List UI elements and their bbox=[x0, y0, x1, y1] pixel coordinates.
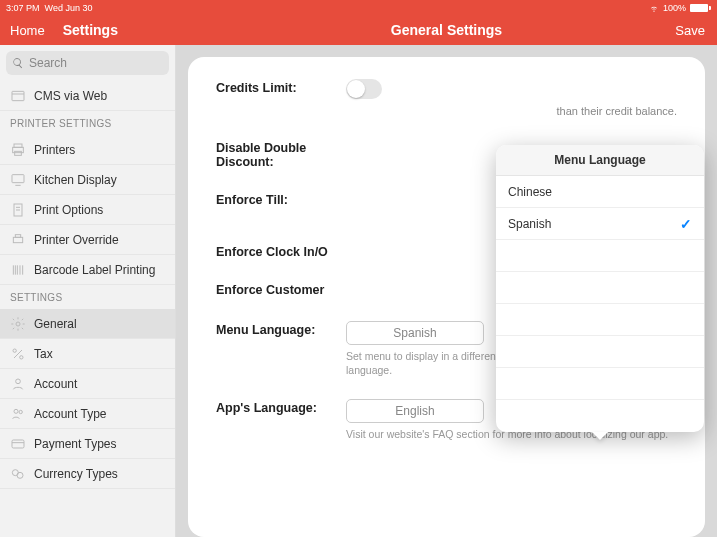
sidebar-item-label: Print Options bbox=[34, 203, 103, 217]
svg-line-20 bbox=[14, 350, 22, 358]
sidebar-item-account[interactable]: Account bbox=[0, 369, 175, 399]
status-date: Wed Jun 30 bbox=[45, 3, 93, 13]
svg-point-21 bbox=[16, 379, 21, 384]
svg-point-27 bbox=[17, 472, 23, 478]
card-icon bbox=[10, 436, 26, 452]
document-icon bbox=[10, 202, 26, 218]
sidebar: Search CMS via Web PRINTER SETTINGS Prin… bbox=[0, 45, 176, 537]
popover-arrow-icon bbox=[592, 432, 608, 440]
svg-rect-5 bbox=[12, 174, 24, 182]
sidebar-item-kitchen[interactable]: Kitchen Display bbox=[0, 165, 175, 195]
printer-override-icon bbox=[10, 232, 26, 248]
sidebar-item-label: Kitchen Display bbox=[34, 173, 117, 187]
sidebar-item-accounttype[interactable]: Account Type bbox=[0, 399, 175, 429]
sidebar-item-paymenttypes[interactable]: Payment Types bbox=[0, 429, 175, 459]
app-language-label: App's Language: bbox=[216, 399, 346, 415]
svg-point-19 bbox=[20, 355, 23, 358]
menu-language-popover: Menu Language Chinese Spanish ✓ bbox=[496, 145, 704, 432]
popover-empty-row bbox=[496, 368, 704, 400]
display-icon bbox=[10, 172, 26, 188]
svg-point-18 bbox=[13, 349, 16, 352]
search-icon bbox=[12, 57, 24, 69]
menu-language-select[interactable]: Spanish bbox=[346, 321, 484, 345]
credits-help: than their credit balance. bbox=[346, 105, 677, 117]
sidebar-item-override[interactable]: Printer Override bbox=[0, 225, 175, 255]
sidebar-item-currencytypes[interactable]: Currency Types bbox=[0, 459, 175, 489]
svg-point-23 bbox=[19, 410, 22, 413]
battery-percent: 100% bbox=[663, 3, 686, 13]
popover-empty-row bbox=[496, 304, 704, 336]
popover-empty-row bbox=[496, 336, 704, 368]
checkmark-icon: ✓ bbox=[680, 216, 692, 232]
svg-point-22 bbox=[14, 409, 18, 413]
sidebar-item-tax[interactable]: Tax bbox=[0, 339, 175, 369]
sidebar-item-label: Tax bbox=[34, 347, 53, 361]
credits-limit-label: Credits Limit: bbox=[216, 79, 346, 95]
disable-discount-label: Disable Double Discount: bbox=[216, 139, 346, 169]
popover-empty-row bbox=[496, 400, 704, 432]
sidebar-item-printoptions[interactable]: Print Options bbox=[0, 195, 175, 225]
popover-empty-row bbox=[496, 272, 704, 304]
sidebar-section-printer: PRINTER SETTINGS bbox=[0, 111, 175, 135]
nav-settings[interactable]: Settings bbox=[63, 22, 118, 38]
enforce-till-label: Enforce Till: bbox=[216, 191, 346, 207]
percent-icon bbox=[10, 346, 26, 362]
sidebar-item-barcode[interactable]: Barcode Label Printing bbox=[0, 255, 175, 285]
svg-rect-11 bbox=[15, 234, 20, 237]
user-icon bbox=[10, 376, 26, 392]
svg-rect-4 bbox=[15, 151, 22, 155]
sidebar-section-settings: SETTINGS bbox=[0, 285, 175, 309]
battery-icon bbox=[690, 4, 711, 12]
credits-limit-toggle[interactable] bbox=[346, 79, 382, 99]
currency-icon bbox=[10, 466, 26, 482]
sidebar-item-label: Printer Override bbox=[34, 233, 119, 247]
search-placeholder: Search bbox=[29, 56, 67, 70]
language-option-spanish[interactable]: Spanish ✓ bbox=[496, 208, 704, 240]
svg-rect-0 bbox=[12, 91, 24, 100]
option-label: Spanish bbox=[508, 217, 551, 231]
save-button[interactable]: Save bbox=[675, 23, 705, 38]
sidebar-item-label: Barcode Label Printing bbox=[34, 263, 155, 277]
svg-rect-10 bbox=[13, 237, 22, 242]
app-language-select[interactable]: English bbox=[346, 399, 484, 423]
menu-language-label: Menu Language: bbox=[216, 321, 346, 337]
sidebar-item-general[interactable]: General bbox=[0, 309, 175, 339]
enforce-clock-label: Enforce Clock In/O bbox=[216, 243, 328, 259]
svg-point-17 bbox=[16, 322, 20, 326]
web-icon bbox=[10, 88, 26, 104]
users-icon bbox=[10, 406, 26, 422]
sidebar-item-printers[interactable]: Printers bbox=[0, 135, 175, 165]
wifi-icon bbox=[649, 3, 659, 13]
enforce-customer-label: Enforce Customer bbox=[216, 281, 324, 297]
sidebar-item-label: Printers bbox=[34, 143, 75, 157]
sidebar-item-label: Account bbox=[34, 377, 77, 391]
nav-home[interactable]: Home bbox=[10, 23, 45, 38]
option-label: Chinese bbox=[508, 185, 552, 199]
sidebar-item-label: CMS via Web bbox=[34, 89, 107, 103]
svg-rect-2 bbox=[14, 144, 22, 147]
svg-rect-24 bbox=[12, 440, 24, 448]
popover-title: Menu Language bbox=[496, 145, 704, 176]
sidebar-item-label: Payment Types bbox=[34, 437, 117, 451]
language-option-chinese[interactable]: Chinese bbox=[496, 176, 704, 208]
sidebar-item-label: Account Type bbox=[34, 407, 107, 421]
search-input[interactable]: Search bbox=[6, 51, 169, 75]
status-time: 3:07 PM bbox=[6, 3, 40, 13]
printer-icon bbox=[10, 142, 26, 158]
gear-icon bbox=[10, 316, 26, 332]
sidebar-item-label: Currency Types bbox=[34, 467, 118, 481]
sidebar-item-label: General bbox=[34, 317, 77, 331]
barcode-icon bbox=[10, 262, 26, 278]
sidebar-item-cms[interactable]: CMS via Web bbox=[0, 81, 175, 111]
popover-empty-row bbox=[496, 240, 704, 272]
status-bar: 3:07 PM Wed Jun 30 100% bbox=[0, 0, 717, 15]
page-title: General Settings bbox=[391, 22, 502, 38]
